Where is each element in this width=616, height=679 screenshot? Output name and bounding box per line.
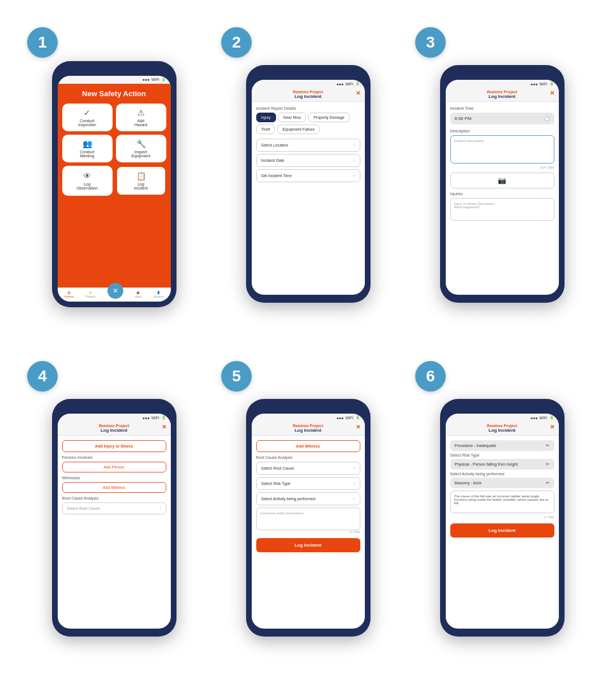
description-section-label: Description [450, 129, 554, 133]
inspect-equipment-icon: 🔧 [136, 139, 146, 148]
screen-1-bg: New Safety Action ✓ ConductInspection ⚠ … [58, 84, 171, 287]
log-incident-title-5: Log Incident [256, 428, 360, 433]
phone-6: ●●●WiFi🔋 Remtree Project Log Incident ✕ … [440, 399, 565, 637]
incident-time-section-label: Incident Time [450, 106, 554, 110]
phone-screen-2: ●●●WiFi🔋 Remtree Project Log Incident ✕ … [252, 80, 365, 295]
incident-type-injury[interactable]: Injury [256, 113, 276, 122]
phone-notch-2 [291, 71, 325, 78]
select-risk-type-label: Select Risk Type [450, 453, 554, 457]
time-display[interactable]: 6:06 PM 🕐 [450, 113, 554, 124]
status-bar-4: ●●●WiFi🔋 [58, 414, 171, 422]
project-label-5: Remtree Project [256, 424, 360, 428]
filled-description: The cause of the fall was an incorrect l… [450, 491, 554, 513]
nav-projects[interactable]: 📁Projects [85, 291, 96, 299]
log-incident-button-6[interactable]: Log Incident [450, 523, 554, 538]
nav-actions[interactable]: 🏠Actions [64, 291, 74, 299]
action-label-3: ConductMeeting [80, 150, 94, 158]
add-witness-button-5[interactable]: Add Witness [256, 440, 360, 452]
incident-time-chevron: › [354, 173, 355, 178]
incident-date-field[interactable]: Incident Date › [256, 154, 360, 167]
incident-time-label: Set Incident Time [261, 174, 292, 178]
screen-content-4: Add Injury or Illness Persons Involved A… [58, 436, 171, 628]
action-label-6: LogIncident [134, 182, 148, 190]
phone-notch-6 [485, 405, 519, 411]
select-root-cause-field[interactable]: Select Root Cause › [62, 502, 166, 514]
status-bar-6: ●●●WiFi🔋 [446, 414, 559, 422]
root-cause-label-4: Root Cause Analysis [62, 496, 166, 500]
action-label-1: ConductInspection [78, 119, 96, 127]
nav-close-button[interactable]: ✕ [107, 283, 123, 299]
add-witness-button[interactable]: Add Witness [62, 482, 166, 493]
risk-physical-field[interactable]: Physical - Person falling from height ✏ [450, 459, 554, 470]
filled-description-text: The cause of the fall was an incorrect l… [454, 495, 549, 505]
injuries-description-area[interactable]: Injury or Illness DescriptionWhat happen… [450, 198, 554, 221]
select-location-field[interactable]: Select Location › [256, 139, 360, 152]
incident-type-propertydmg[interactable]: Property Damage [308, 113, 350, 122]
app-header-3: Remtree Project Log Incident ✕ [446, 88, 559, 102]
action-inspect-equipment[interactable]: 🔧 InspectEquipment [116, 135, 166, 162]
select-root-cause-field-5[interactable]: Select Root Cause › [256, 462, 360, 475]
incident-description-area[interactable]: Incident Description [450, 135, 554, 164]
incident-date-label: Incident Date [261, 158, 285, 162]
phone-screen-4: ●●●WiFi🔋 Remtree Project Log Incident ✕ … [58, 414, 171, 629]
log-incident-title-4: Log Incident [62, 428, 166, 433]
procedure-field[interactable]: Procedure - Inadequate ✏ [450, 440, 554, 451]
app-header-4: Remtree Project Log Incident ✕ [58, 422, 171, 436]
log-incident-title-3: Log Incident [450, 94, 554, 99]
action-log-observation[interactable]: 👁 LogObservation [62, 166, 113, 196]
step-2-badge: 2 [221, 27, 252, 58]
action-label-5: LogObservation [76, 182, 98, 190]
step-6-badge: 6 [415, 361, 446, 392]
close-button-2[interactable]: ✕ [356, 90, 360, 96]
step-1-badge: 1 [27, 27, 58, 58]
screen-content-5: Add Witness Root Cause Analysis Select R… [252, 436, 365, 628]
screen-content-3: Incident Time 6:06 PM 🕐 Description Inci… [446, 102, 559, 294]
phone-2: ●●●WiFi🔋 Remtree Project Log Incident ✕ … [246, 65, 371, 303]
action-conduct-inspection[interactable]: ✓ ConductInspection [62, 104, 113, 131]
nav-inbox[interactable]: 📥Inbox [135, 291, 141, 299]
select-risk-type-field[interactable]: Select Risk Type › [256, 477, 360, 490]
add-person-button[interactable]: Add Person [62, 462, 166, 472]
screen-content-2: Incident Report Details Injury Near Miss… [252, 102, 365, 294]
close-button-3[interactable]: ✕ [550, 90, 554, 96]
camera-button[interactable]: 📷 [450, 173, 554, 188]
close-button-5[interactable]: ✕ [356, 424, 360, 430]
action-conduct-meeting[interactable]: 👥 ConductMeeting [62, 135, 113, 162]
action-log-incident[interactable]: 📋 LogIncident [116, 166, 166, 196]
incident-type-equipfail[interactable]: Equipment Failure [277, 124, 320, 134]
action-label-4: InspectEquipment [131, 150, 150, 158]
app-header-6: Remtree Project Log Incident ✕ [446, 422, 559, 436]
project-label-2: Remtree Project [256, 90, 360, 94]
root-cause-label-5: Root Cause Analysis [256, 455, 360, 459]
persons-involved-label: Persons Involved [62, 455, 166, 459]
injuries-section-label: Injuries [450, 192, 554, 196]
root-cause-chevron: › [160, 506, 161, 510]
nav-account[interactable]: 👤Account [153, 291, 163, 299]
screen-1-title: New Safety Action [62, 89, 166, 98]
corrective-action-textarea[interactable]: Corrective Action Description [256, 508, 360, 530]
close-button-4[interactable]: ✕ [162, 424, 166, 430]
risk-physical-edit-icon: ✏ [546, 462, 550, 467]
section-label-2: Incident Report Details [256, 106, 360, 110]
action-add-hazard[interactable]: ⚠ AddHazard [116, 104, 166, 131]
select-activity-field[interactable]: Select Activity being performed › [256, 492, 360, 505]
log-incident-button-5[interactable]: Log Incident [256, 538, 360, 552]
project-label-4: Remtree Project [62, 424, 166, 428]
step-3-cell: 3 ●●●WiFi🔋 Remtree Project Log Incident … [405, 17, 599, 351]
risk-physical-label: Physical - Person falling from height [455, 462, 518, 466]
incident-type-theft[interactable]: Theft [256, 124, 275, 134]
incident-time-field[interactable]: Set Incident Time › [256, 169, 360, 182]
add-injury-button[interactable]: Add Injury or Illness [62, 440, 166, 452]
risk-type-label: Select Risk Type [261, 482, 291, 485]
phone-screen-3: ●●●WiFi🔋 Remtree Project Log Incident ✕ … [446, 80, 559, 295]
step-4-cell: 4 ●●●WiFi🔋 Remtree Project Log Incident … [17, 351, 211, 679]
masonry-label: Masonry - brick [455, 481, 482, 485]
masonry-field[interactable]: Masonry - brick ✏ [450, 478, 554, 488]
log-incident-title-6: Log Incident [450, 428, 554, 433]
close-button-6[interactable]: ✕ [550, 424, 554, 430]
project-label-3: Remtree Project [450, 90, 554, 94]
incident-type-nearmiss[interactable]: Near Miss [278, 113, 307, 122]
step-3-badge: 3 [415, 27, 446, 58]
log-incident-icon: 📋 [136, 171, 146, 181]
step-4-badge: 4 [27, 361, 58, 392]
